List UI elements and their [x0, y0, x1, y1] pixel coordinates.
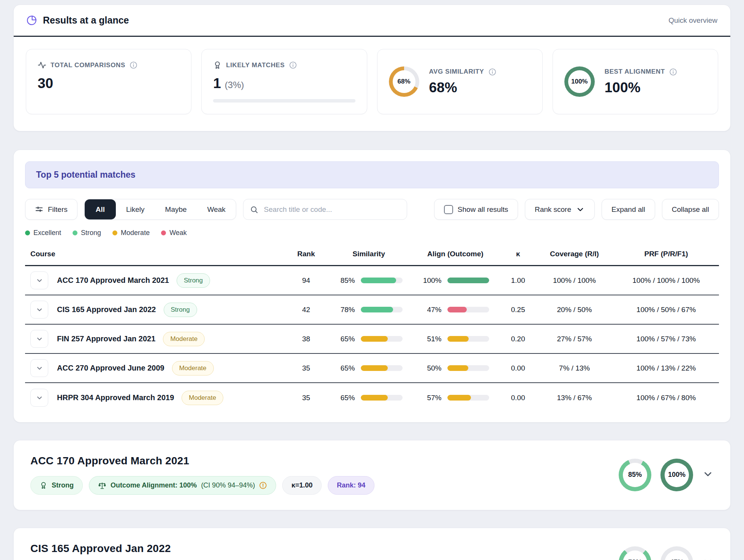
column-course: Course — [25, 250, 285, 258]
kappa-value: 0.00 — [501, 394, 535, 402]
chevron-down-icon — [36, 335, 43, 343]
detail-title: CIS 165 Approved Jan 2022 — [30, 543, 371, 555]
tab-all[interactable]: All — [85, 199, 116, 219]
table-row: ACC 170 Approved March 2021Strong 94 85%… — [25, 266, 719, 295]
rank-value: 35 — [285, 364, 327, 372]
activity-icon — [38, 61, 46, 69]
expand-all-button[interactable]: Expand all — [602, 199, 655, 220]
similarity-donut: 85% — [619, 459, 651, 491]
warning-icon[interactable] — [259, 481, 267, 489]
row-expand-button[interactable] — [30, 301, 48, 319]
table-row: HRPR 304 Approved March 2019Moderate 35 … — [25, 383, 719, 412]
similarity-value: 78% — [335, 306, 355, 314]
kappa-badge: κ=1.00 — [282, 476, 322, 495]
column-similarity: Similarity — [327, 250, 410, 258]
checkbox[interactable] — [444, 205, 453, 214]
alignment-donut: 100% — [564, 66, 595, 97]
matches-toolbar: Filters All Likely Maybe Weak Show all r… — [25, 199, 719, 220]
stat-value: 68% — [429, 80, 496, 96]
similarity-donut: 68% — [389, 66, 419, 97]
sort-dropdown[interactable]: Rank score — [525, 199, 595, 220]
coverage-value: 20% / 50% — [535, 306, 613, 314]
similarity-value: 85% — [335, 276, 355, 285]
table-header: Course Rank Similarity Align (Outcome) κ… — [25, 247, 719, 266]
coverage-value: 13% / 67% — [535, 394, 613, 402]
similarity-bar — [361, 336, 403, 342]
matches-banner: Top 5 potential matches — [25, 161, 719, 188]
donut-value: 78% — [628, 558, 642, 560]
prf-value: 100% / 50% / 67% — [613, 306, 719, 314]
search-input[interactable] — [243, 199, 407, 220]
filter-tab-group: All Likely Maybe Weak — [84, 199, 236, 220]
stat-best-alignment: 100% BEST ALIGNMENT 100% — [553, 49, 718, 114]
course-name: CIS 165 Approved Jan 2022 — [57, 305, 156, 314]
align-value: 100% — [422, 276, 442, 285]
chevron-down-icon — [36, 364, 43, 372]
outcome-alignment-badge: Outcome Alignment: 100% (CI 90% 94–94%) — [89, 476, 276, 495]
donut-value: 100% — [571, 78, 588, 85]
legend-label: Strong — [81, 229, 101, 237]
show-all-results-toggle[interactable]: Show all results — [434, 199, 518, 220]
legend-label: Excellent — [33, 229, 61, 237]
kappa-value: 0.00 — [501, 364, 535, 372]
likely-matches-progressbar — [213, 99, 355, 103]
legend-item-excellent: Excellent — [25, 229, 61, 237]
course-name: HRPR 304 Approved March 2019 — [57, 393, 174, 402]
glance-header: Results at a glance Quick overview — [14, 5, 730, 37]
align-bar — [447, 278, 489, 283]
legend-item-moderate: Moderate — [112, 229, 150, 237]
alignment-label: Outcome Alignment: 100% — [111, 481, 197, 489]
award-icon — [39, 481, 47, 489]
row-expand-button[interactable] — [30, 330, 48, 348]
filters-button[interactable]: Filters — [25, 199, 77, 220]
strength-badge: Moderate — [182, 391, 223, 405]
align-value: 47% — [422, 306, 442, 314]
info-icon[interactable] — [289, 61, 297, 69]
row-expand-button[interactable] — [30, 271, 48, 289]
tab-maybe[interactable]: Maybe — [155, 199, 197, 219]
alignment-donut: 47% — [660, 546, 693, 560]
table-row: FIN 257 Approved Jan 2021Moderate 38 65%… — [25, 325, 719, 354]
tab-weak[interactable]: Weak — [197, 199, 236, 219]
detail-expand-button[interactable] — [702, 556, 714, 560]
chevron-down-icon — [576, 205, 585, 214]
prf-value: 100% / 57% / 73% — [613, 335, 719, 343]
row-expand-button[interactable] — [30, 389, 48, 407]
align-bar — [447, 307, 489, 312]
alignment-donut: 100% — [660, 459, 693, 491]
tab-likely[interactable]: Likely — [116, 199, 155, 219]
detail-card-cis165: CIS 165 Approved Jan 2022 Strong Outcome… — [13, 528, 731, 560]
stat-total-comparisons: TOTAL COMPARISONS 30 — [26, 49, 191, 114]
prf-value: 100% / 67% / 80% — [613, 394, 719, 402]
course-name: ACC 170 Approved March 2021 — [57, 276, 169, 285]
chevron-down-icon — [702, 469, 714, 480]
similarity-donut: 78% — [619, 546, 651, 560]
rank-value: 35 — [285, 394, 327, 402]
strength-badge: Strong — [177, 273, 210, 288]
stat-value: 1 — [213, 76, 221, 91]
legend-dot — [25, 230, 30, 235]
collapse-all-button[interactable]: Collapse all — [662, 199, 719, 220]
info-icon[interactable] — [130, 61, 137, 69]
detail-title: ACC 170 Approved March 2021 — [30, 455, 374, 467]
align-bar — [447, 336, 489, 342]
similarity-bar — [361, 365, 403, 371]
column-kappa: κ — [501, 250, 535, 258]
info-icon[interactable] — [488, 68, 496, 76]
scales-icon — [98, 481, 106, 490]
align-bar — [447, 395, 489, 401]
rank-value: 38 — [285, 335, 327, 343]
similarity-bar — [361, 395, 403, 401]
stat-value: 100% — [605, 80, 677, 96]
detail-card-acc170: ACC 170 Approved March 2021 Strong Outco… — [13, 440, 731, 510]
align-value: 57% — [422, 394, 442, 402]
rank-badge: Rank: 94 — [328, 476, 374, 495]
results-at-a-glance-card: Results at a glance Quick overview TOTAL… — [13, 5, 731, 131]
search-icon — [250, 205, 258, 214]
detail-expand-button[interactable] — [702, 469, 714, 481]
column-coverage: Coverage (R/I) — [535, 250, 613, 258]
chevron-down-icon — [36, 394, 43, 402]
row-expand-button[interactable] — [30, 359, 48, 377]
info-icon[interactable] — [669, 68, 677, 76]
stat-value-suffix: (3%) — [225, 80, 244, 90]
